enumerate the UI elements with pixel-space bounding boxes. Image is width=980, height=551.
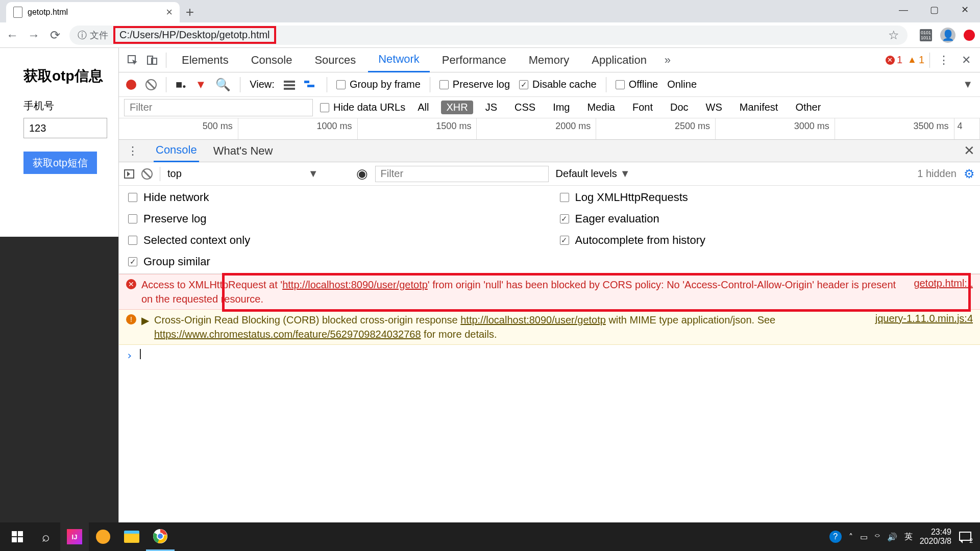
- back-button[interactable]: ←: [5, 28, 19, 42]
- search-icon[interactable]: ⌕: [32, 522, 60, 551]
- filter-all[interactable]: All: [412, 101, 434, 114]
- filter-js[interactable]: JS: [480, 101, 502, 114]
- bookmark-icon[interactable]: ☆: [888, 28, 899, 42]
- console-error-row[interactable]: ✕ Access to XMLHttpRequest at 'http://lo…: [119, 274, 980, 310]
- network-filter-input[interactable]: [124, 99, 313, 116]
- hide-data-urls-checkbox[interactable]: Hide data URLs: [320, 102, 405, 113]
- svg-rect-7: [307, 85, 314, 87]
- console-clear-icon[interactable]: [141, 168, 153, 180]
- rendered-page: 获取otp信息 手机号 获取otp短信: [0, 48, 118, 522]
- devtools-close-icon[interactable]: ✕: [958, 52, 975, 69]
- offline-checkbox[interactable]: Offline: [616, 79, 658, 90]
- context-select[interactable]: top▼: [167, 168, 349, 180]
- filter-img[interactable]: Img: [548, 101, 575, 114]
- log-levels-select[interactable]: Default levels ▼: [556, 168, 630, 180]
- selected-context-checkbox[interactable]: Selected context only: [128, 234, 540, 247]
- tab-network[interactable]: Network: [368, 48, 430, 72]
- filter-css[interactable]: CSS: [509, 101, 541, 114]
- console-warning-row[interactable]: ! ▶ Cross-Origin Read Blocking (CORB) bl…: [119, 310, 980, 345]
- hide-network-checkbox[interactable]: Hide network: [128, 191, 540, 204]
- search-icon[interactable]: 🔍: [215, 78, 231, 92]
- console-prompt[interactable]: ›: [119, 345, 980, 366]
- autocomplete-checkbox[interactable]: Autocomplete from history: [560, 234, 971, 247]
- error-count-badge[interactable]: ✕1: [886, 54, 902, 66]
- phone-input[interactable]: [23, 118, 107, 138]
- tray-expand-icon[interactable]: ˄: [849, 532, 853, 542]
- online-select[interactable]: Online: [667, 79, 697, 90]
- window-maximize[interactable]: ▢: [919, 0, 949, 19]
- taskbar-app-intellij[interactable]: IJ: [60, 522, 89, 551]
- eager-eval-checkbox[interactable]: Eager evaluation: [560, 212, 971, 226]
- system-tray: ? ˄ ▭ ⌔ 🔊 英 23:49 2020/3/8 2: [829, 528, 977, 546]
- reload-button[interactable]: ⟳: [48, 28, 62, 42]
- console-settings-icon[interactable]: ⚙: [964, 167, 975, 181]
- warning-source-link[interactable]: jquery-1.11.0.min.js:4: [875, 313, 973, 324]
- filter-manifest[interactable]: Manifest: [734, 101, 783, 114]
- log-xhr-checkbox[interactable]: Log XMLHttpRequests: [560, 191, 971, 204]
- filter-media[interactable]: Media: [582, 101, 620, 114]
- inspect-icon[interactable]: [124, 52, 141, 69]
- site-info-icon[interactable]: ⓘ 文件: [78, 29, 108, 41]
- live-expression-icon[interactable]: ◉: [356, 166, 368, 182]
- taskbar-chrome[interactable]: [146, 522, 175, 551]
- window-minimize[interactable]: —: [888, 0, 919, 19]
- device-toggle-icon[interactable]: [143, 52, 161, 69]
- ime-indicator[interactable]: 英: [904, 532, 913, 542]
- waterfall-icon[interactable]: [304, 80, 317, 90]
- filter-ws[interactable]: WS: [701, 101, 727, 114]
- profile-icon[interactable]: 👤: [940, 28, 955, 43]
- throttle-dropdown-icon[interactable]: ▼: [963, 79, 973, 90]
- group-similar-checkbox[interactable]: Group similar: [128, 255, 540, 268]
- tab-memory[interactable]: Memory: [519, 48, 579, 72]
- tray-help-icon[interactable]: ?: [829, 531, 842, 543]
- filter-xhr[interactable]: XHR: [441, 101, 473, 114]
- notifications-icon[interactable]: 2: [959, 530, 972, 543]
- disable-cache-checkbox[interactable]: Disable cache: [519, 79, 597, 90]
- console-sidebar-icon[interactable]: [124, 169, 134, 179]
- extension-badge-icon[interactable]: [964, 30, 975, 41]
- window-close[interactable]: ✕: [949, 0, 980, 19]
- url-field[interactable]: ⓘ 文件 C:/Users/HP/Desktop/getotp.html ☆: [69, 26, 908, 45]
- record-button[interactable]: [126, 80, 136, 90]
- volume-icon[interactable]: 🔊: [887, 532, 897, 542]
- filter-font[interactable]: Font: [627, 101, 658, 114]
- preserve-log-checkbox[interactable]: Preserve log: [128, 212, 540, 226]
- taskbar-explorer[interactable]: [117, 522, 146, 551]
- tab-close-icon[interactable]: ×: [166, 6, 173, 19]
- preserve-log-checkbox[interactable]: Preserve log: [439, 79, 510, 90]
- taskbar-app-2[interactable]: [89, 522, 117, 551]
- new-tab-button[interactable]: +: [180, 2, 200, 22]
- devtools-menu-icon[interactable]: ⋮: [935, 52, 952, 69]
- forward-button[interactable]: →: [27, 28, 41, 42]
- tab-elements[interactable]: Elements: [172, 48, 239, 72]
- tab-sources[interactable]: Sources: [304, 48, 366, 72]
- filter-icon[interactable]: ▼: [195, 78, 207, 91]
- network-timeline[interactable]: 500 ms 1000 ms 1500 ms 2000 ms 2500 ms 3…: [119, 118, 980, 140]
- tab-performance[interactable]: Performance: [432, 48, 517, 72]
- camera-icon[interactable]: ■●: [176, 78, 186, 91]
- group-by-frame-checkbox[interactable]: Group by frame: [336, 79, 421, 90]
- drawer-menu-icon[interactable]: ⋮: [124, 142, 141, 160]
- drawer-tab-console[interactable]: Console: [154, 140, 199, 162]
- tab-application[interactable]: Application: [581, 48, 657, 72]
- svg-rect-4: [284, 84, 295, 86]
- drawer-close-icon[interactable]: ✕: [964, 143, 975, 159]
- extension-icon[interactable]: 01011011: [920, 29, 932, 41]
- large-rows-icon[interactable]: [284, 80, 295, 90]
- filter-doc[interactable]: Doc: [665, 101, 694, 114]
- console-filter-input[interactable]: [375, 166, 549, 182]
- clock[interactable]: 23:49 2020/3/8: [920, 528, 951, 546]
- error-source-link[interactable]: getotp.html:1: [914, 278, 973, 289]
- browser-tab[interactable]: getotp.html ×: [6, 2, 180, 22]
- filter-other[interactable]: Other: [790, 101, 826, 114]
- wifi-icon[interactable]: ⌔: [875, 532, 880, 541]
- tab-console[interactable]: Console: [241, 48, 303, 72]
- clear-button[interactable]: [145, 79, 157, 90]
- start-button[interactable]: [3, 522, 32, 551]
- warning-count-badge[interactable]: ▲1: [908, 54, 924, 66]
- get-otp-button[interactable]: 获取otp短信: [23, 152, 97, 174]
- more-tabs-icon[interactable]: »: [659, 52, 676, 69]
- battery-icon[interactable]: ▭: [860, 532, 868, 542]
- expand-icon[interactable]: ▶: [141, 314, 149, 327]
- drawer-tab-whatsnew[interactable]: What's New: [211, 140, 275, 162]
